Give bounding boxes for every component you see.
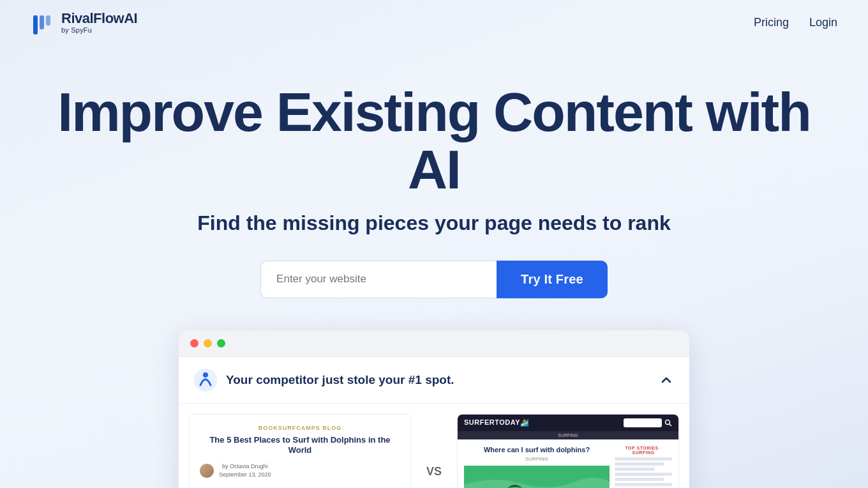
browser-minimize-dot xyxy=(204,339,212,347)
notification-left: Your competitor just stole your #1 spot. xyxy=(194,369,454,392)
brand-name: RivalFlowAI xyxy=(61,11,137,26)
surfer-search-bar xyxy=(624,418,672,427)
comparison-area: BOOKSURFCAMPS BLOG The 5 Best Places to … xyxy=(179,404,689,488)
blog-label: BOOKSURFCAMPS BLOG xyxy=(200,425,400,431)
text-line-2 xyxy=(615,462,664,466)
notification-bar: Your competitor just stole your #1 spot. xyxy=(179,357,689,404)
svg-point-4 xyxy=(203,372,208,377)
nav-login[interactable]: Login xyxy=(809,16,837,29)
text-line-3 xyxy=(615,468,655,471)
nav-pricing[interactable]: Pricing xyxy=(754,16,789,29)
surfer-sidebar: TOP STORIES · SURFING xyxy=(615,446,672,488)
hero-title: Improve Existing Content with AI xyxy=(31,83,837,199)
logo: RivalFlowAI by SpyFu xyxy=(31,10,137,34)
logo-icon xyxy=(31,10,55,34)
surfer-search-input xyxy=(624,418,662,427)
text-line-4 xyxy=(615,473,672,476)
surfer-nav-bar: SURFING xyxy=(458,431,678,439)
surfer-header: SURFERTODAY🏄 xyxy=(458,415,678,431)
vs-divider: VS xyxy=(421,414,447,478)
right-article-card: SURFERTODAY🏄 SURFING Where c xyxy=(457,414,679,488)
surfer-brand: SURFERTODAY🏄 xyxy=(464,418,530,427)
browser-maximize-dot xyxy=(217,339,225,347)
svg-rect-1 xyxy=(40,15,44,29)
surfer-main: Where can I surf with dolphins? SURFING xyxy=(464,446,610,488)
author-avatar xyxy=(200,464,214,478)
author-date: September 13, 2020 xyxy=(219,471,271,479)
left-article-card: BOOKSURFCAMPS BLOG The 5 Best Places to … xyxy=(189,414,411,488)
browser-toolbar xyxy=(179,330,689,357)
hero-section: Improve Existing Content with AI Find th… xyxy=(0,45,868,488)
search-container: Try It Free xyxy=(31,261,837,298)
rivalflow-icon xyxy=(194,369,217,392)
surfer-content: Where can I surf with dolphins? SURFING … xyxy=(458,439,678,488)
chevron-up-icon[interactable] xyxy=(659,372,674,388)
search-icon xyxy=(664,419,672,427)
surfer-text-lines xyxy=(615,457,672,488)
nav-bar-label: SURFING xyxy=(558,433,578,438)
text-line-1 xyxy=(615,457,672,461)
notification-text: Your competitor just stole your #1 spot. xyxy=(226,373,454,387)
browser-close-dot xyxy=(190,339,198,347)
svg-line-6 xyxy=(670,423,672,426)
try-free-button[interactable]: Try It Free xyxy=(497,261,608,298)
surfer-article-title: Where can I surf with dolphins? xyxy=(464,446,610,454)
surfer-sidebar-label: TOP STORIES · SURFING xyxy=(615,446,672,455)
author-info: by Octavia Drughi September 13, 2020 xyxy=(219,462,271,478)
navbar: RivalFlowAI by SpyFu Pricing Login xyxy=(0,0,868,45)
author-row: by Octavia Drughi September 13, 2020 xyxy=(200,462,400,478)
surfer-article-image xyxy=(464,466,610,488)
text-line-5 xyxy=(615,478,664,481)
svg-rect-0 xyxy=(33,15,38,34)
svg-point-5 xyxy=(666,420,670,424)
browser-mockup: Your competitor just stole your #1 spot.… xyxy=(179,330,689,488)
dolphin-wave-svg xyxy=(464,466,610,488)
text-line-6 xyxy=(615,483,672,486)
surfer-article-tag: SURFING xyxy=(464,456,610,462)
website-input[interactable] xyxy=(260,261,497,298)
author-name: by Octavia Drughi xyxy=(219,462,271,471)
nav-links: Pricing Login xyxy=(754,16,837,29)
article-title: The 5 Best Places to Surf with Dolphins … xyxy=(200,435,400,457)
svg-rect-2 xyxy=(46,15,50,26)
hero-subtitle: Find the missing pieces your page needs … xyxy=(31,211,837,235)
brand-by: by SpyFu xyxy=(61,27,137,34)
